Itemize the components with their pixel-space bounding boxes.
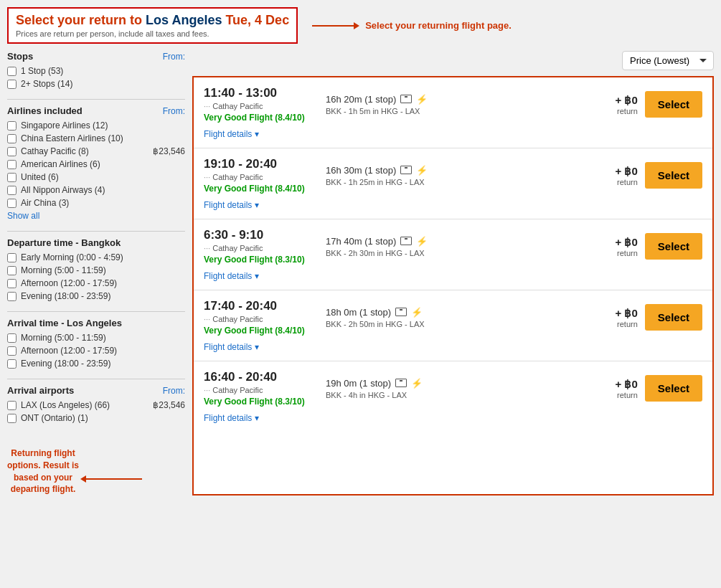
airline-cathay-checkbox[interactable]	[7, 147, 17, 156]
screen-icon-5	[395, 379, 407, 387]
airlines-title: Airlines included	[7, 105, 83, 116]
dep-afternoon-checkbox[interactable]	[7, 279, 17, 288]
bolt-icon-3: ⚡	[416, 236, 428, 247]
stop-1stop-checkbox[interactable]	[7, 67, 17, 76]
airline-american[interactable]: American Airlines (6)	[7, 159, 185, 169]
price-label-4: return	[588, 320, 638, 328]
stop-2plus[interactable]: 2+ Stops (14)	[7, 79, 185, 89]
flight-duration-1: 16h 20m (1 stop) ⚡ BKK - 1h 5m in HKG - …	[319, 94, 588, 115]
flight-details-link-4[interactable]: Flight details	[204, 342, 259, 352]
departure-header: Departure time - Bangkok	[7, 237, 185, 248]
flight-duration-text-1: 16h 20m (1 stop) ⚡	[326, 94, 580, 105]
airport-ont[interactable]: ONT (Ontario) (1)	[7, 413, 185, 423]
dep-afternoon-label: Afternoon (12:00 - 17:59)	[21, 278, 117, 288]
airline-china-eastern-label: China Eastern Airlines (10)	[21, 133, 123, 143]
flight-details-2: Flight details	[204, 199, 702, 210]
airline-china-eastern[interactable]: China Eastern Airlines (10)	[7, 133, 185, 143]
airport-lax-checkbox[interactable]	[7, 401, 17, 410]
flight-main-1: 11:40 - 13:00 Cathay Pacific Very Good F…	[204, 86, 702, 123]
airline-cathay[interactable]: Cathay Pacific (8) ฿23,546	[7, 146, 185, 156]
flight-route-3: BKK - 2h 30m in HKG - LAX	[326, 249, 580, 257]
airline-united[interactable]: United (6)	[7, 172, 185, 182]
flight-price-4: + ฿0 return	[588, 307, 638, 328]
stop-1stop[interactable]: 1 Stop (53)	[7, 66, 185, 76]
divider-4	[7, 379, 185, 379]
select-button-2[interactable]: Select	[645, 162, 702, 189]
arr-afternoon[interactable]: Afternoon (12:00 - 17:59)	[7, 346, 185, 356]
screen-icon-4	[395, 308, 407, 316]
dep-evening-label: Evening (18:00 - 23:59)	[21, 291, 110, 301]
stop-2plus-checkbox[interactable]	[7, 80, 17, 89]
airline-china-eastern-checkbox[interactable]	[7, 134, 17, 143]
dep-morning[interactable]: Morning (5:00 - 11:59)	[7, 265, 185, 275]
flight-times-4: 17:40 - 20:40 Cathay Pacific Very Good F…	[204, 299, 319, 336]
select-button-3[interactable]: Select	[645, 233, 702, 260]
airlines-section: Airlines included From: Singapore Airlin…	[7, 105, 185, 221]
arrival-time-header: Arrival time - Los Angeles	[7, 318, 185, 328]
flight-rating-3: Very Good Flight (8.3/10)	[204, 255, 319, 265]
flight-card-5: 16:40 - 20:40 Cathay Pacific Very Good F…	[194, 361, 712, 432]
arr-afternoon-checkbox[interactable]	[7, 346, 17, 356]
dep-morning-checkbox[interactable]	[7, 266, 17, 275]
airline-cathay-label: Cathay Pacific (8)	[21, 146, 89, 156]
flight-price-1: + ฿0 return	[588, 94, 638, 115]
flight-duration-2: 16h 30m (1 stop) ⚡ BKK - 1h 25m in HKG -…	[319, 165, 588, 186]
flight-details-3: Flight details	[204, 270, 702, 281]
bolt-icon-1: ⚡	[416, 94, 428, 105]
flight-duration-3: 17h 40m (1 stop) ⚡ BKK - 2h 30m in HKG -…	[319, 236, 588, 257]
header: Select your return to Los Angeles Tue, 4…	[7, 7, 714, 44]
airport-lax[interactable]: LAX (Los Angeles) (66) ฿23,546	[7, 400, 185, 410]
airline-airchina[interactable]: Air China (3)	[7, 198, 185, 208]
airline-airchina-checkbox[interactable]	[7, 199, 17, 208]
flight-details-link-1[interactable]: Flight details	[204, 129, 259, 139]
flight-main-4: 17:40 - 20:40 Cathay Pacific Very Good F…	[204, 299, 702, 336]
flight-details-link-5[interactable]: Flight details	[204, 413, 259, 423]
header-note: Select your returning flight page.	[365, 20, 512, 31]
airline-ana[interactable]: All Nippon Airways (4)	[7, 185, 185, 195]
bottom-annotation: Returning flight options. Result is base…	[7, 433, 185, 495]
airline-american-checkbox[interactable]	[7, 160, 17, 169]
airline-airchina-label: Air China (3)	[21, 198, 69, 208]
flight-details-4: Flight details	[204, 341, 702, 352]
stop-2plus-label: 2+ Stops (14)	[21, 79, 72, 89]
flight-card-3: 6:30 - 9:10 Cathay Pacific Very Good Fli…	[194, 219, 712, 290]
dep-evening-checkbox[interactable]	[7, 292, 17, 301]
screen-icon-1	[400, 95, 412, 103]
flight-route-2: BKK - 1h 25m in HKG - LAX	[326, 178, 580, 186]
airline-united-checkbox[interactable]	[7, 173, 17, 182]
arr-morning[interactable]: Morning (5:00 - 11:59)	[7, 333, 185, 343]
price-amount-3: + ฿0	[588, 236, 638, 249]
flight-airline-3: Cathay Pacific	[204, 244, 319, 252]
select-button-4[interactable]: Select	[645, 304, 702, 331]
price-label-2: return	[588, 178, 638, 186]
dep-early-morning-checkbox[interactable]	[7, 253, 17, 262]
airline-singapore[interactable]: Singapore Airlines (12)	[7, 120, 185, 131]
flight-details-link-3[interactable]: Flight details	[204, 271, 259, 281]
airport-ont-checkbox[interactable]	[7, 414, 17, 423]
arr-afternoon-label: Afternoon (12:00 - 17:59)	[21, 346, 117, 356]
arr-evening-checkbox[interactable]	[7, 359, 17, 369]
header-subtitle: Prices are return per person, include al…	[16, 29, 289, 38]
airports-section: Arrival airports From: LAX (Los Angeles)…	[7, 385, 185, 423]
airline-ana-checkbox[interactable]	[7, 186, 17, 195]
flight-details-link-2[interactable]: Flight details	[204, 200, 259, 210]
select-button-5[interactable]: Select	[645, 375, 702, 402]
airline-american-label: American Airlines (6)	[21, 159, 100, 169]
flight-details-1: Flight details	[204, 128, 702, 139]
header-title-box: Select your return to Los Angeles Tue, 4…	[7, 7, 298, 44]
airlines-header: Airlines included From:	[7, 105, 185, 116]
dep-evening[interactable]: Evening (18:00 - 23:59)	[7, 291, 185, 301]
divider-2	[7, 231, 185, 232]
dep-afternoon[interactable]: Afternoon (12:00 - 17:59)	[7, 278, 185, 288]
airline-singapore-checkbox[interactable]	[7, 121, 17, 131]
flight-price-2: + ฿0 return	[588, 165, 638, 186]
arr-morning-checkbox[interactable]	[7, 333, 17, 343]
flight-times-2: 19:10 - 20:40 Cathay Pacific Very Good F…	[204, 157, 319, 194]
dep-early-morning[interactable]: Early Morning (0:00 - 4:59)	[7, 252, 185, 262]
sort-select[interactable]: Price (Lowest) Price (Highest) Duration …	[622, 51, 714, 70]
arr-evening-label: Evening (18:00 - 23:59)	[21, 359, 110, 369]
airlines-from: From:	[163, 106, 185, 116]
arr-evening[interactable]: Evening (18:00 - 23:59)	[7, 359, 185, 369]
select-button-1[interactable]: Select	[645, 91, 702, 118]
show-all-airlines[interactable]: Show all	[7, 211, 185, 221]
